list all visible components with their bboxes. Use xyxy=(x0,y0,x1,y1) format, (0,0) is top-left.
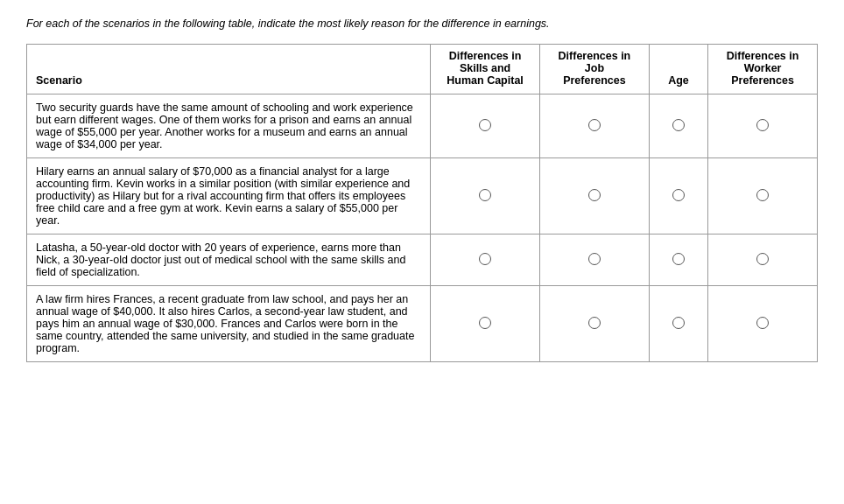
table-row: Hilary earns an annual salary of $70,000… xyxy=(27,158,818,234)
radio-button[interactable] xyxy=(479,317,491,329)
radio-cell-3-skills[interactable] xyxy=(431,234,540,286)
radio-cell-1-skills[interactable] xyxy=(431,94,540,158)
radio-button[interactable] xyxy=(479,253,491,265)
radio-cell-4-age[interactable] xyxy=(649,286,707,362)
radio-button[interactable] xyxy=(479,189,491,201)
radio-cell-3-worker[interactable] xyxy=(708,234,818,286)
radio-button[interactable] xyxy=(672,189,685,201)
radio-cell-4-skills[interactable] xyxy=(431,286,540,362)
radio-cell-2-age[interactable] xyxy=(649,158,707,234)
radio-button[interactable] xyxy=(588,253,601,265)
table-row: Two security guards have the same amount… xyxy=(27,94,818,158)
col-header-scenario: Scenario xyxy=(27,45,431,94)
radio-cell-2-worker[interactable] xyxy=(708,158,818,234)
radio-button[interactable] xyxy=(672,317,685,329)
radio-cell-1-job[interactable] xyxy=(540,94,650,158)
scenario-text-1: Two security guards have the same amount… xyxy=(27,94,431,158)
radio-button[interactable] xyxy=(672,253,685,265)
radio-button[interactable] xyxy=(756,253,769,265)
col-header-skills: Differences inSkills andHuman Capital xyxy=(431,45,540,94)
col-header-worker-prefs: Differences inWorkerPreferences xyxy=(708,45,818,94)
radio-button[interactable] xyxy=(588,189,601,201)
radio-cell-1-age[interactable] xyxy=(649,94,707,158)
radio-button[interactable] xyxy=(756,317,769,329)
scenarios-table: Scenario Differences inSkills andHuman C… xyxy=(26,44,818,362)
radio-cell-2-job[interactable] xyxy=(540,158,650,234)
radio-button[interactable] xyxy=(479,119,491,131)
radio-button[interactable] xyxy=(588,119,601,131)
table-row: A law firm hires Frances, a recent gradu… xyxy=(27,286,818,362)
radio-cell-4-job[interactable] xyxy=(540,286,650,362)
radio-button[interactable] xyxy=(588,317,601,329)
radio-button[interactable] xyxy=(672,119,685,131)
instruction-text: For each of the scenarios in the followi… xyxy=(26,18,818,30)
table-row: Latasha, a 50-year-old doctor with 20 ye… xyxy=(27,234,818,286)
radio-button[interactable] xyxy=(756,189,769,201)
scenario-text-2: Hilary earns an annual salary of $70,000… xyxy=(27,158,431,234)
radio-cell-1-worker[interactable] xyxy=(708,94,818,158)
radio-cell-3-job[interactable] xyxy=(540,234,650,286)
scenario-text-3: Latasha, a 50-year-old doctor with 20 ye… xyxy=(27,234,431,286)
col-header-job-prefs: Differences inJobPreferences xyxy=(540,45,650,94)
col-header-age: Age xyxy=(649,45,707,94)
radio-cell-4-worker[interactable] xyxy=(708,286,818,362)
radio-cell-2-skills[interactable] xyxy=(431,158,540,234)
scenario-text-4: A law firm hires Frances, a recent gradu… xyxy=(27,286,431,362)
radio-button[interactable] xyxy=(756,119,769,131)
radio-cell-3-age[interactable] xyxy=(649,234,707,286)
